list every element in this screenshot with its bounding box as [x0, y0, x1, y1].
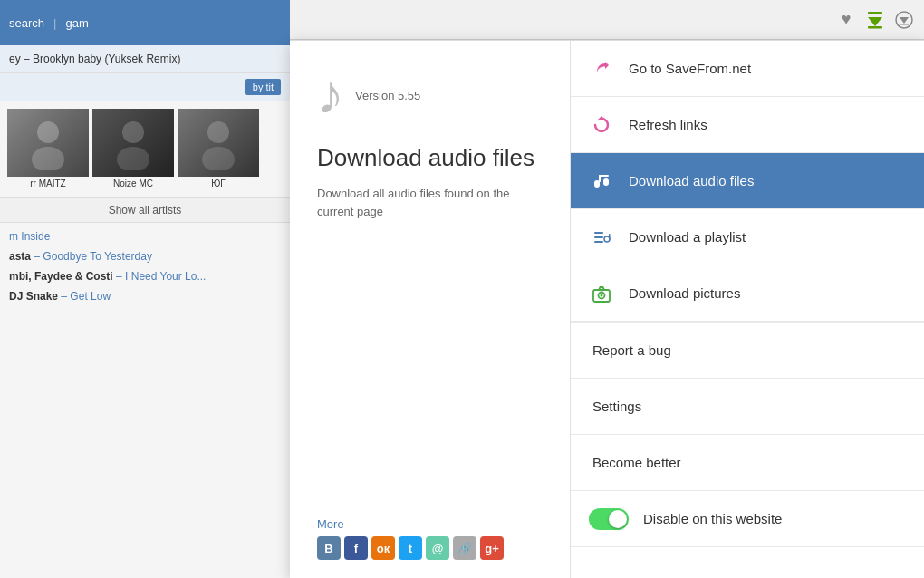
menu-label-download-pictures: Download pictures	[629, 285, 740, 301]
heart-icon[interactable]: ♥	[833, 7, 859, 33]
toggle-container	[589, 508, 629, 530]
artist-photo	[7, 109, 89, 177]
feature-description: Download all audio files found on the cu…	[317, 185, 543, 503]
twitter-icon[interactable]: t	[399, 536, 422, 560]
odnoklassniki-icon[interactable]: ок	[371, 536, 395, 560]
popup-right-panel: Go to SaveFrom.net Refresh links	[571, 41, 924, 578]
artist-card[interactable]: ЮГ	[178, 109, 259, 190]
svg-marker-7	[868, 17, 882, 26]
song-title: ey – Brooklyn baby (Yuksek Remix)	[0, 45, 290, 73]
svg-point-5	[202, 147, 235, 170]
menu-item-refresh-links[interactable]: Refresh links	[571, 97, 924, 153]
svg-marker-12	[598, 116, 605, 120]
sort-bar: by tit	[0, 73, 290, 101]
sort-button[interactable]: by tit	[245, 79, 281, 95]
menu-label-go-to-savefrom: Go to SaveFrom.net	[629, 61, 751, 76]
menu-item-download-pictures[interactable]: Download pictures	[571, 265, 924, 322]
svg-point-0	[37, 121, 59, 143]
feature-title: Download audio files	[317, 144, 543, 172]
track-item[interactable]: asta – Goodbye To Yesterday	[9, 248, 281, 265]
menu-label-refresh-links: Refresh links	[629, 117, 707, 132]
artist-photo	[92, 109, 174, 177]
toggle-switch[interactable]	[589, 508, 629, 530]
gplus-icon[interactable]: g+	[480, 536, 504, 560]
svg-rect-19	[594, 241, 603, 243]
menu-label-download-audio: Download audio files	[629, 173, 754, 188]
menu-item-download-playlist[interactable]: Download a playlist	[571, 209, 924, 265]
svg-rect-14	[603, 178, 609, 186]
menu-label-download-playlist: Download a playlist	[629, 229, 746, 245]
svg-rect-17	[594, 232, 603, 234]
artist-name: rr MAITZ	[7, 177, 89, 190]
more-label: More	[317, 517, 543, 531]
download-icon[interactable]	[862, 7, 888, 33]
menu-item-report-bug[interactable]: Report a bug	[571, 323, 924, 379]
menu-label-report-bug: Report a bug	[592, 342, 671, 358]
show-all-artists[interactable]: Show all artists	[0, 197, 290, 223]
menu-label-become-better: Become better	[592, 455, 681, 470]
svg-point-24	[601, 294, 603, 296]
artist-name: ЮГ	[178, 177, 259, 190]
facebook-icon[interactable]: f	[344, 536, 368, 560]
svg-marker-10	[900, 17, 909, 24]
svg-rect-8	[868, 26, 882, 29]
link-icon[interactable]: 🔗	[453, 536, 476, 560]
menu-item-disable-website[interactable]: Disable on this website	[571, 491, 924, 547]
nav-search[interactable]: search	[9, 16, 44, 30]
music-note-icon: ♪	[317, 68, 344, 122]
menu-label-disable-website: Disable on this website	[643, 511, 782, 526]
svg-rect-16	[599, 175, 601, 182]
artist-photo	[178, 109, 259, 177]
circle-download-icon[interactable]	[891, 7, 917, 33]
menu-item-settings[interactable]: Settings	[571, 379, 924, 435]
social-icons: В f ок t @ 🔗 g+	[317, 536, 543, 560]
svg-rect-21	[609, 234, 611, 240]
share-icon	[589, 56, 614, 82]
vk-icon[interactable]: В	[317, 536, 341, 560]
svg-rect-6	[868, 12, 882, 14]
svg-point-4	[207, 121, 229, 143]
track-item[interactable]: DJ Snake – Get Low	[9, 288, 281, 304]
menu-label-settings: Settings	[592, 399, 641, 414]
refresh-icon	[589, 112, 614, 138]
version-row: ♪ Version 5.55	[317, 68, 543, 122]
menu-item-download-audio[interactable]: Download audio files	[571, 153, 924, 209]
artist-card[interactable]: rr MAITZ	[7, 109, 89, 190]
artists-grid: rr MAITZ Noize MC ЮГ	[0, 101, 290, 197]
svg-rect-18	[594, 236, 603, 238]
music-icon	[589, 169, 614, 194]
camera-icon	[589, 281, 614, 306]
track-list: m Inside asta – Goodbye To Yesterday mbi…	[0, 223, 290, 310]
version-text: Version 5.55	[355, 89, 420, 102]
extension-popup: ♪ Version 5.55 Download audio files Down…	[290, 40, 924, 578]
nav-gam[interactable]: gam	[65, 16, 88, 30]
svg-point-3	[117, 147, 149, 170]
webpage-topbar: search | gam	[0, 0, 290, 45]
menu-item-go-to-savefrom[interactable]: Go to SaveFrom.net	[571, 41, 924, 97]
artist-card[interactable]: Noize MC	[92, 109, 174, 190]
email-icon[interactable]: @	[426, 536, 449, 560]
svg-point-2	[122, 121, 144, 143]
more-section: More В f ок t @ 🔗 g+	[317, 503, 543, 560]
playlist-icon	[589, 225, 614, 250]
track-item[interactable]: m Inside	[9, 228, 281, 245]
menu-item-become-better[interactable]: Become better	[571, 435, 924, 491]
chrome-toolbar: ♥	[290, 0, 924, 40]
popup-left-panel: ♪ Version 5.55 Download audio files Down…	[290, 41, 571, 578]
svg-point-1	[32, 147, 64, 170]
svg-rect-11	[900, 24, 909, 25]
webpage-background: search | gam ey – Brooklyn baby (Yuksek …	[0, 0, 290, 578]
track-item[interactable]: mbi, Faydee & Costi – I Need Your Lo...	[9, 268, 281, 284]
artist-name: Noize MC	[92, 177, 174, 190]
